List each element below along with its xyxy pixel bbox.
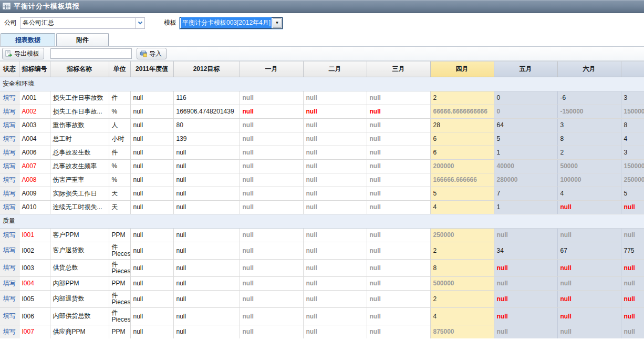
company-select[interactable]: 各公司汇总 — [20, 17, 145, 29]
fill-in-link[interactable]: 填写 — [3, 149, 16, 156]
fill-in-link[interactable]: 填写 — [3, 264, 16, 271]
column-header-7[interactable]: 一月 — [240, 61, 303, 77]
indicator-code: I004 — [19, 276, 50, 290]
target-2012: null — [173, 259, 240, 276]
target-2012: null — [173, 290, 240, 307]
fill-in-link[interactable]: 填写 — [3, 176, 16, 183]
grid-icon — [3, 3, 11, 10]
import-file-input[interactable] — [50, 48, 132, 59]
month-value-7: null — [621, 200, 644, 214]
column-header-9[interactable]: 三月 — [367, 61, 430, 77]
fill-in-link[interactable]: 填写 — [3, 231, 16, 239]
indicator-name: 内部退货数 — [50, 290, 109, 307]
indicator-unit: 件Pieces — [109, 242, 130, 259]
fill-in-link[interactable]: 填写 — [3, 135, 16, 142]
month-value-1: null — [240, 242, 303, 259]
month-value-2: null — [303, 242, 367, 259]
month-value-3: null — [367, 290, 430, 307]
value-2011: null — [130, 276, 173, 290]
fill-in-link[interactable]: 填写 — [3, 246, 16, 254]
indicator-code: I005 — [19, 290, 50, 307]
column-header-8[interactable]: 二月 — [303, 61, 367, 77]
month-value-3: null — [367, 132, 430, 146]
column-header-12[interactable]: 六月 — [557, 61, 621, 77]
indicator-row-A001: 填写A001损失工作日事故数件null116nullnullnull20-63 — [0, 91, 644, 105]
group-row: 质量 — [0, 214, 644, 228]
month-value-6: 50000 — [557, 159, 621, 173]
fill-in-link[interactable]: 填写 — [3, 121, 16, 129]
indicator-name: 内部PPM — [50, 276, 109, 290]
value-2011: null — [130, 187, 173, 200]
month-value-7: null — [621, 290, 644, 307]
month-value-2: null — [303, 290, 367, 307]
month-value-6: null — [557, 276, 621, 290]
column-header-3[interactable]: 指标名称 — [50, 61, 109, 77]
column-header-6[interactable]: 2012目标 — [173, 61, 240, 77]
month-value-2: null — [303, 276, 367, 290]
month-value-5: 5 — [494, 132, 557, 146]
template-select[interactable]: 平衡计分卡模板003[2012年4月] ▼ — [180, 17, 283, 29]
month-value-2: null — [303, 200, 367, 214]
month-value-7: 150000 — [621, 159, 644, 173]
fill-in-link[interactable]: 填写 — [3, 280, 16, 287]
export-icon — [5, 50, 13, 57]
value-2011: null — [130, 118, 173, 132]
target-2012: null — [173, 200, 240, 214]
column-header-11[interactable]: 五月 — [494, 61, 557, 77]
month-value-7: 5 — [621, 187, 644, 200]
value-2011: null — [130, 146, 173, 159]
indicator-code: A002 — [19, 105, 50, 118]
column-header-13[interactable] — [621, 61, 644, 77]
target-2012: null — [173, 242, 240, 259]
window-titlebar: 平衡计分卡模板填报 — [0, 0, 644, 13]
tab-report-data[interactable]: 报表数据 — [1, 33, 55, 46]
month-value-4: 250000 — [430, 228, 494, 242]
import-button[interactable]: 导入 — [137, 48, 167, 59]
fill-in-link[interactable]: 填写 — [3, 203, 16, 211]
fill-in-link[interactable]: 填写 — [3, 108, 16, 115]
indicator-name: 实际损失工作日 — [50, 187, 109, 200]
column-header-10[interactable]: 四月 — [430, 61, 494, 77]
tab-bar: 报表数据 附件 — [0, 33, 644, 47]
column-header-2[interactable]: 指标编号 — [19, 61, 50, 77]
indicator-unit: 小时 — [109, 132, 130, 146]
month-value-5: null — [494, 307, 557, 325]
month-value-2: null — [303, 105, 367, 118]
fill-in-link[interactable]: 填写 — [3, 190, 16, 197]
fill-in-link[interactable]: 填写 — [3, 94, 16, 101]
month-value-4: 4 — [430, 200, 494, 214]
month-value-5: null — [494, 290, 557, 307]
chevron-down-icon[interactable] — [136, 18, 144, 28]
column-header-1[interactable]: 状态 — [0, 61, 19, 77]
fill-in-link[interactable]: 填写 — [3, 312, 16, 320]
fill-in-link[interactable]: 填写 — [3, 162, 16, 170]
indicator-code: A007 — [19, 159, 50, 173]
indicator-name: 总事故发生频率 — [50, 159, 109, 173]
fill-in-link[interactable]: 填写 — [3, 295, 16, 302]
indicator-name: 客户PPM — [50, 228, 109, 242]
indicator-unit: 件Pieces — [109, 290, 130, 307]
dropdown-arrow-icon[interactable]: ▼ — [273, 18, 282, 28]
indicator-row-I004: 填写I004内部PPMPPMnullnullnullnullnull500000… — [0, 276, 644, 290]
indicator-name: 供应商PPM — [50, 325, 109, 338]
month-value-1: null — [240, 307, 303, 325]
month-value-5: 1 — [494, 146, 557, 159]
indicator-unit: % — [109, 105, 130, 118]
tab-attachments[interactable]: 附件 — [56, 33, 109, 46]
month-value-3: null — [367, 146, 430, 159]
indicator-unit: PPM — [109, 228, 130, 242]
value-2011: null — [130, 242, 173, 259]
fill-in-link[interactable]: 填写 — [3, 328, 16, 335]
month-value-6: 8 — [557, 132, 621, 146]
column-header-5[interactable]: 2011年度值 — [130, 61, 173, 77]
indicator-code: A009 — [19, 187, 50, 200]
month-value-6: 100000 — [557, 173, 621, 187]
month-value-6: null — [557, 259, 621, 276]
indicator-row-A008: 填写A008伤害严重率%nullnullnullnullnull166666.6… — [0, 173, 644, 187]
indicator-unit: 件Pieces — [109, 259, 130, 276]
export-template-button[interactable]: 导出模板 — [2, 48, 44, 59]
indicator-row-A009: 填写A009实际损失工作日天nullnullnullnullnull5745 — [0, 187, 644, 200]
column-header-4[interactable]: 单位 — [109, 61, 130, 77]
group-title: 质量 — [0, 214, 644, 228]
value-2011: null — [130, 132, 173, 146]
